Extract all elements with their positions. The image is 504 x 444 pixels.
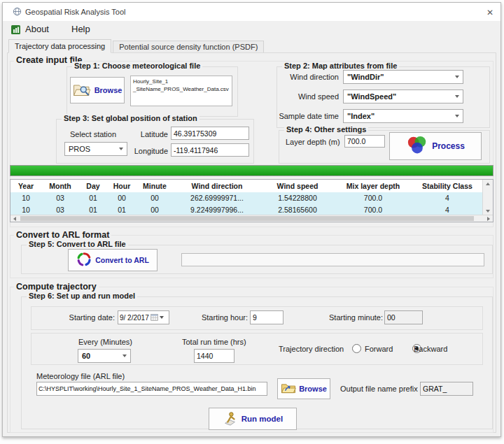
step5-title: Step 5: Convert to ARL file bbox=[27, 240, 128, 248]
every-minutes-select[interactable]: 60 bbox=[78, 349, 131, 363]
table-row[interactable]: 10 03 01 00 00 262.69999971... 1.5422880… bbox=[10, 192, 493, 204]
column-header[interactable]: Day bbox=[79, 180, 107, 192]
tab-psdf[interactable]: Potential source density function (PSDF) bbox=[113, 41, 264, 53]
chevron-down-icon bbox=[160, 316, 164, 319]
cell-mix-layer-depth: 700.0 bbox=[334, 192, 412, 204]
column-header[interactable]: Stability Class bbox=[412, 180, 482, 192]
every-minutes-label: Every (Minutes) bbox=[78, 338, 132, 346]
table-horizontal-scrollbar[interactable] bbox=[10, 215, 493, 222]
scroll-left-icon[interactable] bbox=[13, 217, 16, 221]
station-value: PROS bbox=[69, 145, 90, 153]
starting-hour-label: Starting hour: bbox=[200, 313, 248, 322]
chevron-down-icon bbox=[119, 148, 123, 150]
step1-title: Step 1: Choose meteorological file bbox=[72, 62, 202, 70]
scroll-up-icon[interactable] bbox=[486, 182, 490, 185]
step6-title: Step 6: Set up and run model bbox=[27, 292, 137, 300]
process-button[interactable]: Process bbox=[389, 132, 482, 160]
compute-title: Compute trajectory bbox=[14, 282, 99, 292]
run-model-label: Run model bbox=[241, 415, 283, 423]
scroll-down-icon[interactable] bbox=[486, 210, 490, 213]
column-header[interactable]: Year bbox=[10, 180, 41, 192]
convert-to-arl-button[interactable]: Convert to ARL bbox=[68, 249, 158, 271]
column-header[interactable]: Wind direction bbox=[173, 180, 261, 192]
starting-date-value: 9/ 2/2017 bbox=[120, 314, 149, 322]
met-arl-file-input[interactable] bbox=[36, 382, 267, 396]
cell-year: 10 bbox=[10, 192, 41, 204]
column-header[interactable]: Minute bbox=[136, 180, 173, 192]
wind-speed-value: "WindSpeed" bbox=[347, 92, 396, 101]
longitude-label: Longitude bbox=[129, 147, 168, 155]
cell-month: 03 bbox=[41, 192, 79, 204]
starting-date-picker[interactable]: 9/ 2/2017 bbox=[118, 310, 169, 324]
sample-date-time-label: Sample date time bbox=[276, 112, 339, 120]
sample-date-time-select[interactable]: "Index" bbox=[343, 109, 463, 123]
cell-day: 01 bbox=[79, 192, 107, 204]
wind-direction-label: Wind direction bbox=[276, 73, 339, 81]
starting-minute-label: Starting minute: bbox=[329, 313, 382, 322]
cell-minute: 00 bbox=[136, 192, 173, 204]
column-header[interactable]: Hour bbox=[107, 180, 136, 192]
scrollbar-thumb[interactable] bbox=[20, 216, 474, 221]
chevron-down-icon bbox=[455, 115, 459, 117]
title-bar: Geospatial Risk Analysis Tool ✕ bbox=[3, 3, 500, 21]
starting-hour-input[interactable] bbox=[250, 310, 284, 324]
browse-arl-file-label: Browse bbox=[299, 385, 327, 393]
starting-minute-input[interactable] bbox=[384, 310, 423, 324]
convert-to-arl-label: Convert to ARL bbox=[95, 256, 149, 264]
cell-stability-class: 4 bbox=[412, 192, 482, 204]
color-cycle-icon bbox=[76, 252, 92, 268]
met-file-name-display: Hourly_Site_1 _SiteName_PROS_Weather_Dat… bbox=[130, 76, 232, 106]
chevron-down-icon bbox=[455, 95, 459, 98]
menu-help[interactable]: Help bbox=[71, 24, 90, 34]
convert-progress-bar bbox=[181, 253, 484, 266]
layer-depth-input[interactable] bbox=[344, 135, 385, 148]
step4-title: Step 4: Other settings bbox=[284, 125, 368, 134]
menu-bar: About Help bbox=[3, 21, 500, 38]
column-header[interactable]: Mix layer depth bbox=[334, 180, 412, 192]
step3-groupbox bbox=[56, 119, 254, 164]
folder-search-icon bbox=[73, 83, 91, 99]
weather-data-table: Year Month Day Hour Minute Wind directio… bbox=[10, 179, 493, 222]
convert-title: Convert to ARL format bbox=[14, 230, 111, 240]
cell-hour: 00 bbox=[107, 192, 136, 204]
backward-radio-label: Backward bbox=[414, 345, 447, 353]
station-select[interactable]: PROS bbox=[64, 142, 127, 156]
latitude-input[interactable] bbox=[171, 127, 249, 140]
create-progress-bar bbox=[10, 165, 493, 176]
column-header[interactable]: Wind speed bbox=[261, 180, 334, 192]
starting-date-label: Starting date: bbox=[64, 313, 115, 322]
rgb-circles-icon bbox=[406, 136, 428, 157]
total-run-time-input[interactable] bbox=[194, 349, 234, 363]
layer-depth-label: Layer depth (m) bbox=[286, 138, 340, 146]
every-minutes-value: 60 bbox=[82, 352, 90, 360]
folder-arrow-icon bbox=[281, 382, 296, 396]
wind-direction-value: "WindDir" bbox=[347, 73, 384, 81]
calendar-icon bbox=[150, 313, 158, 322]
app-globe-icon bbox=[13, 7, 22, 17]
longitude-input[interactable] bbox=[171, 143, 249, 157]
sample-date-time-value: "Index" bbox=[347, 112, 374, 120]
chevron-down-icon bbox=[122, 355, 127, 357]
met-file-name-line1: Hourly_Site_1 bbox=[133, 78, 230, 85]
latitude-label: Latitude bbox=[133, 130, 168, 138]
forward-radio-label: Forward bbox=[365, 345, 393, 353]
wind-direction-select[interactable]: "WindDir" bbox=[343, 70, 463, 84]
scroll-right-icon[interactable] bbox=[487, 217, 490, 221]
select-station-label: Select station bbox=[70, 130, 116, 138]
browse-met-file-button[interactable]: Browse bbox=[70, 77, 125, 103]
run-model-button[interactable]: Run model bbox=[209, 408, 297, 430]
step2-title: Step 2: Map attributes from file bbox=[282, 62, 399, 70]
total-run-time-label: Total run time (hrs) bbox=[182, 338, 246, 346]
tab-strip: Trajectory data processingPotential sour… bbox=[8, 39, 264, 53]
cell-wind-speed: 1.54228800 bbox=[261, 192, 334, 204]
met-file-name-line2: _SiteName_PROS_Weather_Data.csv bbox=[133, 85, 230, 93]
tab-trajectory-data-processing[interactable]: Trajectory data processing bbox=[8, 39, 111, 53]
close-button[interactable]: ✕ bbox=[483, 6, 497, 19]
wind-speed-select[interactable]: "WindSpeed" bbox=[343, 89, 463, 103]
forward-radio[interactable] bbox=[352, 344, 361, 353]
column-header[interactable]: Month bbox=[41, 180, 79, 192]
table-vertical-scrollbar[interactable] bbox=[482, 180, 493, 215]
output-prefix-input[interactable] bbox=[420, 382, 473, 396]
browse-arl-file-button[interactable]: Browse bbox=[277, 378, 330, 399]
menu-about[interactable]: About bbox=[25, 24, 49, 34]
